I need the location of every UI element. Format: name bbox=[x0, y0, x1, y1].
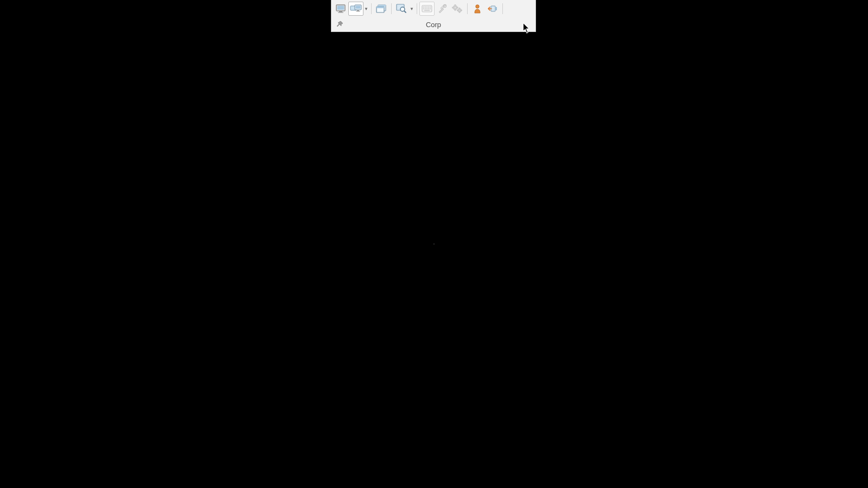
zoom-button[interactable] bbox=[394, 2, 409, 16]
svg-rect-26 bbox=[430, 8, 431, 9]
tools-icon bbox=[437, 4, 447, 14]
separator bbox=[467, 3, 468, 14]
svg-rect-22 bbox=[423, 8, 424, 9]
zoom-icon bbox=[396, 4, 407, 14]
multi-monitor-button[interactable] bbox=[348, 2, 363, 16]
svg-rect-12 bbox=[376, 7, 384, 8]
svg-rect-20 bbox=[428, 7, 429, 8]
separator bbox=[417, 3, 417, 14]
user-icon bbox=[474, 4, 481, 14]
svg-rect-25 bbox=[428, 8, 429, 9]
svg-rect-27 bbox=[424, 10, 430, 11]
user-button[interactable] bbox=[470, 2, 485, 16]
svg-point-36 bbox=[459, 10, 460, 11]
separator bbox=[371, 3, 372, 14]
svg-rect-1 bbox=[337, 6, 344, 10]
svg-rect-38 bbox=[459, 12, 460, 13]
window-icon bbox=[376, 4, 387, 13]
svg-rect-8 bbox=[356, 11, 360, 11]
multi-monitor-dropdown[interactable]: ▼ bbox=[363, 7, 369, 11]
pin-button[interactable] bbox=[334, 21, 347, 28]
svg-rect-6 bbox=[356, 6, 361, 9]
monitor-icon bbox=[336, 4, 346, 13]
svg-rect-31 bbox=[455, 5, 456, 6]
svg-rect-19 bbox=[426, 7, 427, 8]
svg-rect-21 bbox=[430, 7, 431, 8]
separator bbox=[391, 3, 392, 14]
keyboard-button[interactable] bbox=[419, 2, 435, 16]
disconnect-button[interactable] bbox=[485, 2, 500, 16]
svg-rect-43 bbox=[495, 7, 497, 10]
monitor-button[interactable] bbox=[333, 2, 348, 16]
svg-rect-23 bbox=[425, 8, 426, 9]
settings-gears-icon bbox=[452, 4, 463, 14]
pin-icon bbox=[336, 21, 344, 28]
svg-rect-3 bbox=[338, 12, 343, 13]
separator bbox=[502, 3, 503, 14]
disconnect-icon bbox=[488, 5, 497, 12]
svg-rect-40 bbox=[461, 10, 462, 11]
svg-rect-33 bbox=[452, 7, 454, 8]
svg-rect-17 bbox=[423, 7, 424, 8]
tools-button[interactable] bbox=[435, 2, 450, 16]
toolbar-icon-row: ▼ ▼ bbox=[331, 0, 535, 17]
connection-toolbar: ▼ ▼ bbox=[331, 0, 536, 32]
center-marker bbox=[433, 243, 435, 245]
svg-point-41 bbox=[476, 5, 479, 8]
svg-rect-7 bbox=[357, 10, 359, 11]
keyboard-icon bbox=[422, 5, 432, 12]
svg-rect-2 bbox=[339, 11, 342, 12]
svg-rect-34 bbox=[457, 7, 458, 8]
window-button[interactable] bbox=[374, 2, 389, 16]
svg-rect-32 bbox=[455, 10, 456, 11]
svg-rect-39 bbox=[457, 10, 458, 11]
svg-rect-24 bbox=[426, 8, 427, 9]
zoom-dropdown[interactable]: ▼ bbox=[409, 7, 414, 11]
svg-point-30 bbox=[455, 7, 456, 9]
svg-rect-37 bbox=[459, 8, 460, 9]
connection-title: Corp bbox=[347, 21, 533, 29]
svg-line-15 bbox=[404, 11, 406, 12]
settings-button[interactable] bbox=[450, 2, 465, 16]
multi-monitor-icon bbox=[350, 4, 362, 13]
toolbar-title-row: Corp bbox=[331, 17, 535, 31]
svg-rect-18 bbox=[425, 7, 426, 8]
